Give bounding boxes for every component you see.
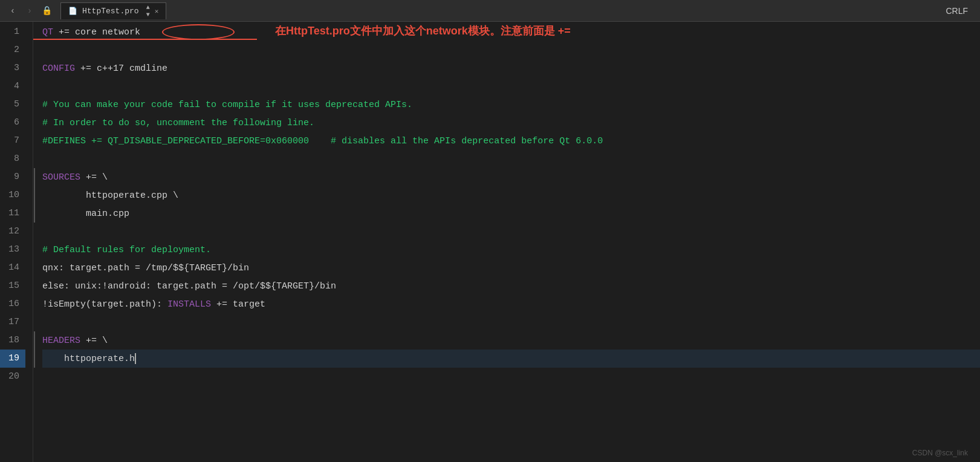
line-num-19: 19 — [0, 350, 25, 368]
code-line-8 — [42, 150, 980, 168]
line-num-6: 6 — [0, 114, 25, 132]
code-line-14: qnx: target.path = /tmp/$${TARGET}/bin — [42, 259, 980, 277]
line-num-7: 7 — [0, 132, 25, 150]
tab-close-button[interactable]: ✕ — [155, 7, 159, 15]
nav-buttons: ‹ › 🔒 — [6, 4, 53, 18]
code-line-15: else: unix:!android: target.path = /opt/… — [42, 277, 980, 295]
line-num-15: 15 — [0, 277, 25, 295]
line-num-8: 8 — [0, 150, 25, 168]
line-num-11: 11 — [0, 204, 25, 223]
line-num-10: 10 — [0, 186, 25, 204]
code-line-5: # You can make your code fail to compile… — [42, 96, 980, 114]
code-line-7: #DEFINES += QT_DISABLE_DEPRECATED_BEFORE… — [42, 132, 980, 150]
forward-button[interactable]: › — [23, 4, 36, 18]
line-num-9: 9 — [0, 168, 25, 186]
code-line-16: !isEmpty(target.path): INSTALLS += targe… — [42, 295, 980, 313]
line-num-18: 18 — [0, 331, 25, 350]
code-line-3: CONFIG += c++17 cmdline — [42, 59, 980, 77]
code-line-1: QT += core network — [42, 23, 980, 41]
line-num-12: 12 — [0, 223, 25, 241]
editor: 1 2 3 4 5 6 7 8 9 10 11 12 13 14 15 16 1… — [0, 22, 980, 462]
code-line-20 — [42, 368, 980, 386]
code-line-17 — [42, 313, 980, 331]
tab-label: HttpTest.pro — [82, 7, 139, 16]
code-line-2 — [42, 41, 980, 59]
line-num-5: 5 — [0, 96, 25, 114]
lock-icon: 🔒 — [40, 4, 53, 18]
line-numbers: 1 2 3 4 5 6 7 8 9 10 11 12 13 14 15 16 1… — [0, 22, 33, 462]
back-button[interactable]: ‹ — [6, 4, 19, 18]
line-num-4: 4 — [0, 77, 25, 96]
code-line-6: # In order to do so, uncomment the follo… — [42, 114, 980, 132]
line-num-2: 2 — [0, 41, 25, 59]
tab-area: 📄 HttpTest.pro ▲ ▼ ✕ — [60, 2, 974, 19]
line-num-16: 16 — [0, 295, 25, 313]
code-line-13: # Default rules for deployment. — [42, 241, 980, 259]
code-line-9: SOURCES += \ — [42, 168, 980, 186]
code-line-4 — [42, 77, 980, 96]
line-num-1: 1 — [0, 23, 25, 41]
tab-arrows[interactable]: ▲ ▼ — [146, 4, 150, 18]
crlf-label: CRLF — [946, 6, 968, 16]
code-line-12 — [42, 223, 980, 241]
code-line-10: httpoperate.cpp \ — [42, 186, 980, 204]
line-num-20: 20 — [0, 368, 25, 386]
line-num-14: 14 — [0, 259, 25, 277]
line-num-17: 17 — [0, 313, 25, 331]
tab[interactable]: 📄 HttpTest.pro ▲ ▼ ✕ — [60, 2, 166, 19]
code-line-11: main.cpp — [42, 204, 980, 223]
line-num-3: 3 — [0, 59, 25, 77]
line-num-13: 13 — [0, 241, 25, 259]
code-line-18: HEADERS += \ — [42, 331, 980, 350]
titlebar: ‹ › 🔒 📄 HttpTest.pro ▲ ▼ ✕ CRLF — [0, 0, 980, 22]
tab-file-icon: 📄 — [68, 7, 77, 16]
code-line-19[interactable]: httpoperate.h — [42, 350, 980, 368]
watermark: CSDN @scx_link — [912, 449, 968, 457]
code-content[interactable]: QT += core network CONFIG += c++17 cmdli… — [33, 22, 980, 462]
